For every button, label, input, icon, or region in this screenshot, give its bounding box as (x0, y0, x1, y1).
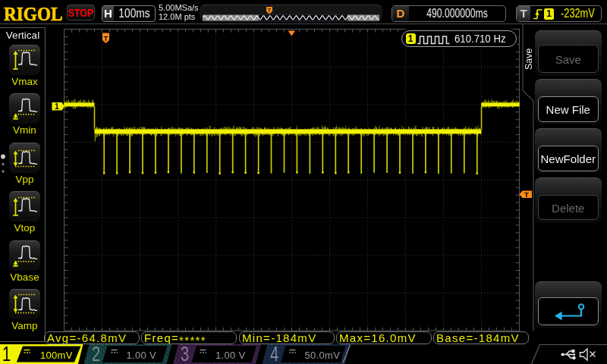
svg-text:T: T (104, 35, 109, 42)
svg-text:T: T (268, 7, 272, 14)
svg-text:1: 1 (55, 102, 59, 111)
svg-text:T: T (524, 190, 529, 199)
